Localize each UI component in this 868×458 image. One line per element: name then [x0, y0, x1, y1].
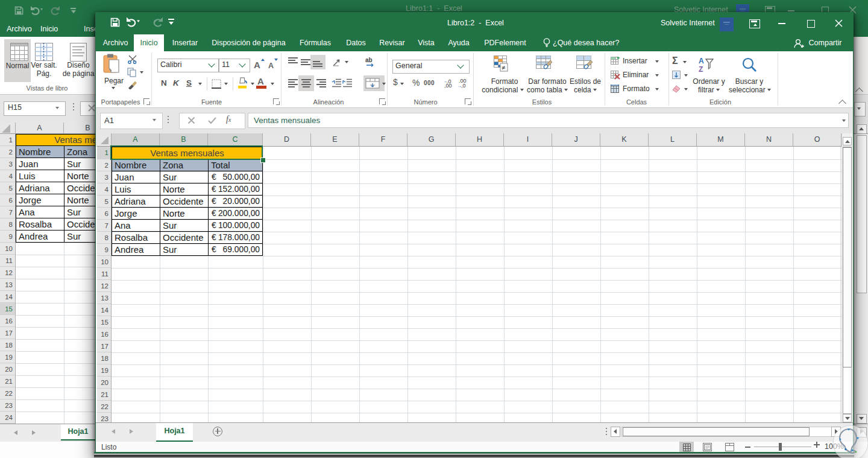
- svg-text:Z: Z: [699, 65, 703, 74]
- svg-text:,00: ,00: [444, 83, 452, 88]
- svg-text:ab: ab: [365, 57, 373, 63]
- svg-text:,0: ,0: [461, 83, 466, 88]
- svg-text:A: A: [699, 57, 704, 65]
- svg-text:≠: ≠: [502, 64, 505, 71]
